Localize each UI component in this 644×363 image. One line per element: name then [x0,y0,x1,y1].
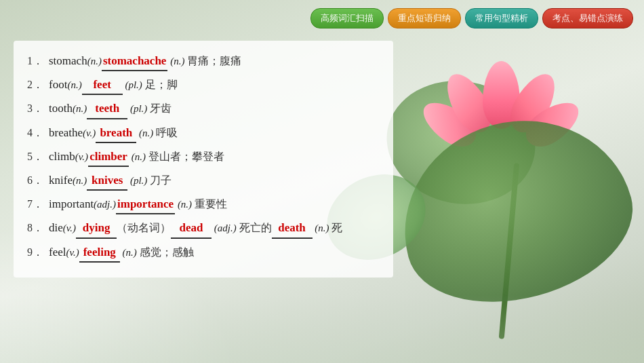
row-num-9: 9． [27,244,49,261]
vocab-def-8a: 死亡的 [239,219,272,237]
row-num-2: 2． [27,76,49,94]
vocab-def-9: 感觉；感触 [140,244,194,261]
vocab-row-8: 8． die(v.) dying （动名词） dead (adj.) 死亡的 d… [27,218,380,238]
row-num-7: 7． [27,195,49,213]
vocab-pos-8: (v.) [63,220,76,236]
nav-btn-practice[interactable]: 考点、易错点演练 [542,8,633,28]
vocab-row-2: 2． foot(n.) feet (pl.) 足；脚 [27,75,380,95]
vocab-pos-8c: (n.) [313,220,332,236]
vocab-def-3: 牙齿 [150,100,172,117]
vocab-def-2: 足；脚 [145,76,178,94]
nav-btn-vocab[interactable]: 高频词汇扫描 [310,8,384,28]
nav-btn-phrases[interactable]: 重点短语归纳 [388,8,461,28]
vocab-answer-4: breath [96,123,136,143]
vocab-def-7: 重要性 [195,195,227,213]
vocab-ans-pos-6: (pl.) [127,172,150,189]
vocab-pos-1: (n.) [87,53,102,69]
vocab-pos-3: (n.) [73,100,87,117]
row-num-5: 5． [27,148,49,166]
vocab-pos-4: (v.) [83,125,96,141]
vocab-ans-pos-3: (pl.) [127,100,150,117]
row-num-1: 1． [27,52,49,70]
vocab-ans-pos-1: (n.) [167,53,187,69]
nav-btn-sentences[interactable]: 常用句型精析 [465,8,538,28]
vocab-base-9: feel [49,243,66,261]
vocab-row-9: 9． feel(v.) feeling (n.) 感觉；感触 [27,243,380,263]
vocab-row-6: 6． knife(n.) knives (pl.) 刀子 [27,171,380,191]
vocab-answer-9: feeling [79,243,120,263]
vocab-answer-3: teeth [87,99,127,119]
vocab-pos-9: (v.) [66,244,79,261]
vocab-base-8: die [49,218,63,237]
nav-bar: 高频词汇扫描 重点短语归纳 常用句型精析 考点、易错点演练 [310,8,633,28]
vocab-def-5: 登山者；攀登者 [148,148,224,166]
vocab-base-5: climb [49,147,75,166]
vocab-answer-2: feet [82,75,123,95]
vocab-row-5: 5． climb(v.) climber (n.) 登山者；攀登者 [27,147,380,167]
row-num-8: 8． [27,219,49,237]
vocab-pos-7: (adj.) [94,196,116,212]
vocab-def-6: 刀子 [150,172,172,189]
vocab-answer-1: stomachache [102,52,167,71]
vocab-row-7: 7． important(adj.) importance (n.) 重要性 [27,195,380,214]
vocab-base-3: tooth [49,99,73,117]
vocab-ans-pos-4: (n.) [136,125,156,141]
vocab-base-2: foot [49,75,67,94]
vocab-row-1: 1． stomach(n.) stomachache (n.) 胃痛；腹痛 [27,52,380,71]
vocab-def-8b: 死 [331,219,342,237]
vocab-base-6: knife [49,171,73,189]
vocab-answer-5: climber [88,147,129,167]
vocab-answer-8c: death [272,218,313,238]
vocab-pos-2: (n.) [67,77,81,93]
vocab-ans-pos-5: (n.) [129,149,148,165]
mist-bottom [0,295,644,363]
vocab-pos-8b: (adj.) [212,220,239,236]
vocab-answer-8a: dying [76,218,117,238]
vocab-pos-5: (v.) [75,149,88,165]
vocab-answer-6: knives [87,171,127,191]
vocab-row-4: 4． breathe(v.) breath (n.) 呼吸 [27,123,380,143]
vocab-ans-pos-2: (pl.) [123,77,145,93]
vocab-ans-pos-7: (n.) [175,196,195,212]
vocab-base-1: stomach [49,52,87,70]
vocab-def-1: 胃痛；腹痛 [187,52,241,70]
row-num-3: 3． [27,100,49,117]
row-num-4: 4． [27,124,49,142]
vocab-def-4: 呼吸 [156,124,178,142]
content-panel: 1． stomach(n.) stomachache (n.) 胃痛；腹痛 2．… [14,41,393,278]
vocab-label-8: （动名词） [117,219,171,237]
vocab-answer-7: importance [116,195,175,214]
vocab-row-3: 3． tooth(n.) teeth (pl.) 牙齿 [27,99,380,119]
vocab-base-4: breathe [49,123,83,142]
vocab-ans-pos-9: (n.) [120,244,140,261]
row-num-6: 6． [27,172,49,189]
vocab-answer-8b: dead [171,218,212,238]
vocab-base-7: important [49,195,94,213]
vocab-pos-6: (n.) [73,172,87,189]
